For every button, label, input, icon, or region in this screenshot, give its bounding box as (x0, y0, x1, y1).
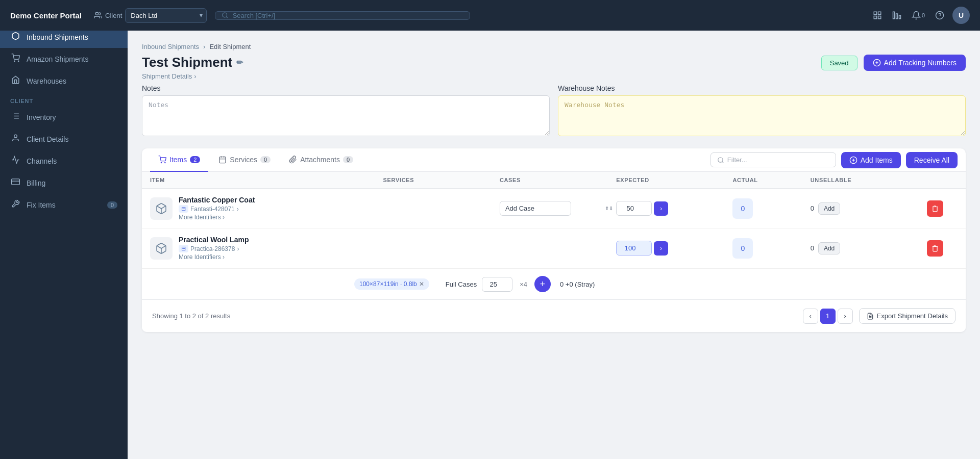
breadcrumb-parent[interactable]: Inbound Shipments (142, 43, 199, 50)
page-1-btn[interactable]: 1 (820, 309, 836, 324)
client-select-wrap: Dach Ltd (125, 8, 207, 23)
sidebar-item-client-details[interactable]: Client Details (0, 128, 128, 150)
expected-arrow-1[interactable]: › (654, 201, 668, 216)
th-unsellable: UNSELLABLE (811, 177, 927, 183)
breadcrumb: Inbound Shipments › Edit Shipment (142, 43, 966, 50)
sidebar-item-warehouses[interactable]: Warehouses (0, 70, 128, 92)
search-bar (215, 11, 470, 20)
item-unsellable-2: 0 Add (811, 242, 927, 254)
item-unsellable-1: 0 Add (811, 202, 927, 215)
services-tab-badge: 0 (260, 156, 271, 163)
export-icon (867, 313, 874, 320)
tab-items[interactable]: Items 2 (150, 148, 208, 172)
svg-point-15 (14, 61, 14, 61)
avatar[interactable]: U (952, 7, 970, 24)
amazon-icon (10, 54, 20, 64)
add-items-plus-icon (849, 156, 857, 164)
unsellable-cell-2: 0 Add (811, 242, 927, 254)
table-row: Practical Wool Lamp ⊟ Practica-286378 › … (142, 228, 966, 268)
svg-point-0 (95, 12, 98, 15)
item-delete-wrap-2 (927, 240, 958, 257)
help-btn[interactable] (933, 9, 946, 22)
page-prev-btn[interactable]: ‹ (803, 309, 818, 324)
edit-title-icon[interactable]: ✏ (236, 58, 243, 67)
th-item: ITEM (150, 177, 383, 183)
expected-input-2[interactable] (616, 241, 652, 256)
sidebar-nav: Dashboard Inbound Shipments Amazon Shipm… (0, 0, 128, 459)
table-header: ITEM SERVICES CASES EXPECTED ACTUAL UNSE… (142, 172, 966, 189)
export-shipment-button[interactable]: Export Shipment Details (859, 308, 955, 324)
case-select-wrap-1: Add Case (500, 201, 616, 216)
item-more-identifiers-2[interactable]: More Identifiers › (179, 253, 249, 261)
svg-point-16 (18, 61, 18, 61)
shipment-details-link[interactable]: Shipment Details › (142, 72, 243, 80)
billing-icon (10, 177, 20, 188)
item-expected-2: › (616, 241, 732, 256)
item-more-identifiers-1[interactable]: More Identifiers › (179, 214, 255, 221)
actual-cell-1: 0 (732, 198, 753, 219)
sidebar-item-amazon-shipments[interactable]: Amazon Shipments (0, 48, 128, 70)
svg-rect-7 (896, 14, 897, 19)
page-title-wrap: Test Shipment ✏ Shipment Details › (142, 55, 243, 80)
svg-rect-31 (219, 157, 226, 163)
expected-input-1[interactable] (616, 201, 652, 216)
add-case-button[interactable]: + (534, 276, 551, 292)
notes-row: Notes Warehouse Notes (142, 84, 966, 138)
analytics-btn[interactable] (890, 9, 903, 22)
sidebar-item-label: Inventory (27, 113, 56, 121)
trash-icon-1 (932, 205, 939, 212)
main-content: Inbound Shipments › Edit Shipment Test S… (128, 31, 980, 459)
filter-input[interactable] (727, 156, 829, 164)
add-items-button[interactable]: Add Items (841, 152, 901, 168)
client-dropdown[interactable]: Dach Ltd (125, 8, 207, 23)
tab-attachments[interactable]: Attachments 0 (281, 148, 361, 172)
item-info-2: Practical Wool Lamp ⊟ Practica-286378 › … (150, 236, 383, 261)
expected-input-wrap-2: › (616, 241, 732, 256)
client-section-label: CLIENT (0, 92, 128, 106)
notifications-grid-btn[interactable] (871, 9, 884, 22)
saved-badge: Saved (821, 56, 857, 70)
notes-label: Notes (142, 84, 550, 92)
pagination-right: ‹ 1 › Export Shipment Details (803, 308, 955, 324)
full-cases-input[interactable] (482, 277, 512, 292)
item-delete-wrap-1 (927, 200, 958, 217)
search-input[interactable] (233, 12, 464, 19)
plus-circle-icon (873, 59, 881, 67)
case-tag-close[interactable]: ✕ (419, 280, 424, 288)
add-tracking-numbers-button[interactable]: Add Tracking Numbers (864, 55, 966, 71)
warehouse-notes-label: Warehouse Notes (558, 84, 966, 92)
fix-items-badge: 0 (107, 201, 117, 209)
expected-arrow-2[interactable]: › (654, 241, 668, 256)
item-sku-2: ⊟ Practica-286378 › (179, 245, 249, 252)
svg-rect-5 (878, 16, 880, 19)
sidebar-item-inventory[interactable]: Inventory (0, 106, 128, 128)
bell-btn[interactable]: 0 (910, 9, 927, 22)
items-section: Items 2 Services 0 Attachments 0 (142, 148, 966, 332)
th-cases: CASES (500, 177, 616, 183)
warehouse-notes-textarea[interactable] (558, 95, 966, 136)
case-select-1[interactable]: Add Case (500, 201, 571, 216)
delete-row-btn-2[interactable] (927, 240, 943, 257)
sidebar-item-fix-items[interactable]: Fix Items 0 (0, 194, 128, 216)
notes-textarea[interactable] (142, 95, 550, 136)
page-next-btn[interactable]: › (838, 309, 853, 324)
inventory-icon (10, 112, 20, 122)
pagination-controls: ‹ 1 › (803, 309, 853, 324)
svg-rect-6 (893, 12, 894, 19)
stray-info: 0 +0 (Stray) (560, 280, 595, 288)
receive-all-button[interactable]: Receive All (906, 152, 958, 168)
client-icon (94, 11, 102, 19)
unsellable-add-btn-1[interactable]: Add (818, 202, 840, 215)
tab-services[interactable]: Services 0 (210, 148, 279, 172)
sidebar-item-billing[interactable]: Billing (0, 172, 128, 194)
sidebar-item-channels[interactable]: Channels (0, 150, 128, 172)
item-actual-2: 0 (732, 238, 810, 259)
delete-row-btn-1[interactable] (927, 200, 943, 217)
unsellable-add-btn-2[interactable]: Add (818, 242, 840, 254)
svg-point-30 (165, 162, 165, 163)
attachment-icon (289, 156, 297, 164)
client-section: Client Dach Ltd (94, 8, 207, 23)
unsellable-count-1: 0 (811, 205, 814, 212)
brand-title: Demo Center Portal (10, 11, 82, 20)
warehouse-icon (10, 75, 20, 86)
